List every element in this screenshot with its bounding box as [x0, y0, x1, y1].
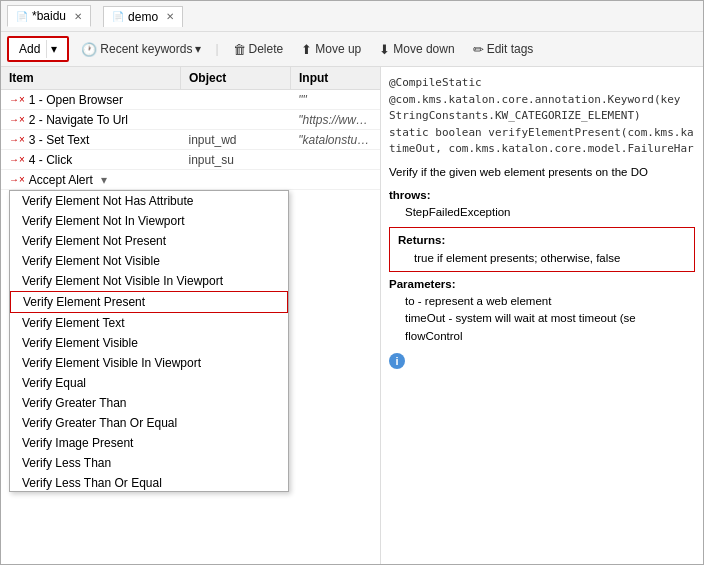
row3-item: →× 3 - Set Text — [1, 131, 181, 149]
doc-returns-value: true if element presents; otherwise, fal… — [398, 250, 686, 267]
row1-item: →× 1 - Open Browser — [1, 91, 181, 109]
test-steps-table: Item Object Input →× 1 - Open Browser — [1, 67, 381, 564]
dropdown-item-selected[interactable]: Verify Element Present — [10, 291, 288, 313]
add-button-label: Add — [19, 42, 40, 56]
dropdown-item[interactable]: Verify Less Than Or Equal — [10, 473, 288, 491]
tab-demo[interactable]: 📄 demo ✕ — [103, 6, 183, 27]
recent-keywords-icon: 🕐 — [81, 42, 97, 57]
recent-keywords-button[interactable]: 🕐 Recent keywords ▾ — [75, 40, 207, 59]
doc-info-icon-container: i — [389, 353, 695, 370]
table-row[interactable]: →× 3 - Set Text input_wd "katalonstudio" — [1, 130, 380, 150]
doc-panel: @CompileStatic @com.kms.katalon.core.ann… — [381, 67, 703, 564]
row4-object: input_su — [181, 151, 291, 169]
doc-annotation: @CompileStatic @com.kms.katalon.core.ann… — [389, 75, 695, 158]
separator-1: | — [215, 42, 218, 56]
dropdown-item[interactable]: Verify Greater Than Or Equal — [10, 413, 288, 433]
table-row[interactable]: →× 2 - Navigate To Url "https://www.baid… — [1, 110, 380, 130]
tab-baidu[interactable]: 📄 *baidu ✕ — [7, 5, 91, 27]
doc-returns-section: Returns: true if element presents; other… — [389, 227, 695, 272]
toolbar: Add ▾ 🕐 Recent keywords ▾ | 🗑 Delete ⬆ M… — [1, 32, 703, 67]
move-up-icon: ⬆ — [301, 42, 312, 57]
dropdown-item[interactable]: Verify Element Not Present — [10, 231, 288, 251]
title-bar: 📄 *baidu ✕ 📄 demo ✕ — [1, 1, 703, 32]
table-row[interactable]: →× 1 - Open Browser "" — [1, 90, 380, 110]
dropdown-item[interactable]: Verify Element Not Visible — [10, 251, 288, 271]
tab-baidu-label: *baidu — [32, 9, 66, 23]
dropdown-item[interactable]: Verify Less Than — [10, 453, 288, 473]
main-content: Item Object Input →× 1 - Open Browser — [1, 67, 703, 564]
row5-item: →× Accept Alert ▾ — [1, 171, 181, 189]
move-down-icon: ⬇ — [379, 42, 390, 57]
row3-object: input_wd — [181, 131, 291, 149]
dropdown-item[interactable]: Verify Element Text — [10, 313, 288, 333]
doc-throws: throws: StepFailedException — [389, 187, 695, 222]
step-icon-1: →× — [9, 94, 25, 105]
dropdown-item[interactable]: Verify Image Present — [10, 433, 288, 453]
doc-compile-static: @CompileStatic — [389, 75, 695, 92]
doc-returns-label: Returns: — [398, 232, 686, 249]
doc-param3: flowControl — [389, 328, 695, 345]
row1-object — [181, 98, 291, 102]
doc-param2: timeOut - system will wait at most timeo… — [389, 310, 695, 327]
row4-item: →× 4 - Click — [1, 151, 181, 169]
delete-button[interactable]: 🗑 Delete — [227, 40, 290, 59]
edit-tags-icon: ✏ — [473, 42, 484, 57]
move-up-button[interactable]: ⬆ Move up — [295, 40, 367, 59]
dropdown-item[interactable]: Verify Equal — [10, 373, 288, 393]
step-icon-5: →× — [9, 174, 25, 185]
delete-icon: 🗑 — [233, 42, 246, 57]
doc-string-constants: StringConstants.KW_CATEGORIZE_ELEMENT) — [389, 108, 695, 125]
tab-demo-label: demo — [128, 10, 158, 24]
dropdown-item[interactable]: Verify Greater Than — [10, 393, 288, 413]
row2-input: "https://www.baidu.com/" — [290, 111, 380, 129]
dropdown-item[interactable]: Verify Element Not In Viewport — [10, 211, 288, 231]
doc-parameters: Parameters: to - represent a web element… — [389, 276, 695, 345]
header-item: Item — [1, 67, 181, 89]
step-icon-4: →× — [9, 154, 25, 165]
row3-input: "katalonstudio" — [290, 131, 380, 149]
recent-keywords-label: Recent keywords — [100, 42, 192, 56]
doc-throws-value: StepFailedException — [389, 204, 695, 221]
table-header: Item Object Input — [1, 67, 380, 90]
row1-input: "" — [290, 91, 380, 109]
move-up-label: Move up — [315, 42, 361, 56]
header-object: Object — [181, 67, 291, 89]
doc-param1: to - represent a web element — [389, 293, 695, 310]
edit-tags-button[interactable]: ✏ Edit tags — [467, 40, 540, 59]
main-window: 📄 *baidu ✕ 📄 demo ✕ Add ▾ 🕐 Recent keywo… — [0, 0, 704, 565]
row5-input — [290, 178, 380, 182]
row2-item: →× 2 - Navigate To Url — [1, 111, 181, 129]
add-button-group[interactable]: Add ▾ — [7, 36, 69, 62]
tab-baidu-close[interactable]: ✕ — [74, 11, 82, 22]
tab-demo-close[interactable]: ✕ — [166, 11, 174, 22]
move-down-label: Move down — [393, 42, 454, 56]
header-input: Input — [291, 67, 381, 89]
row5-object — [181, 178, 291, 182]
edit-tags-label: Edit tags — [487, 42, 534, 56]
table-row[interactable]: →× Accept Alert ▾ — [1, 170, 380, 190]
dropdown-item[interactable]: Verify Element Visible — [10, 333, 288, 353]
doc-description: Verify if the given web element presents… — [389, 164, 695, 181]
dropdown-item[interactable]: Verify Element Not Has Attribute — [10, 191, 288, 211]
table-body: →× 1 - Open Browser "" →× 2 - Navigate T… — [1, 90, 380, 564]
dropdown-item[interactable]: Verify Element Visible In Viewport — [10, 353, 288, 373]
add-button-main[interactable]: Add — [15, 40, 44, 58]
dropdown-scroll-area[interactable]: Verify Element Not Has Attribute Verify … — [10, 191, 288, 491]
keyword-dropdown[interactable]: Verify Element Not Has Attribute Verify … — [9, 190, 289, 492]
row2-object — [181, 118, 291, 122]
step-icon-3: →× — [9, 134, 25, 145]
info-icon[interactable]: i — [389, 353, 405, 369]
step-icon-2: →× — [9, 114, 25, 125]
table-row[interactable]: →× 4 - Click input_su — [1, 150, 380, 170]
file-icon: 📄 — [16, 11, 28, 22]
dropdown-item[interactable]: Verify Element Not Visible In Viewport — [10, 271, 288, 291]
delete-label: Delete — [249, 42, 284, 56]
file-icon-demo: 📄 — [112, 11, 124, 22]
recent-keywords-dropdown-icon: ▾ — [195, 42, 201, 56]
doc-annotation-keyword: @com.kms.katalon.core.annotation.Keyword… — [389, 92, 695, 109]
add-button-dropdown[interactable]: ▾ — [46, 40, 61, 58]
doc-method-signature: static boolean verifyElementPresent(com.… — [389, 125, 695, 142]
doc-timeout-model: timeOut, com.kms.katalon.core.model.Fail… — [389, 141, 695, 158]
row4-input — [290, 158, 380, 162]
move-down-button[interactable]: ⬇ Move down — [373, 40, 460, 59]
